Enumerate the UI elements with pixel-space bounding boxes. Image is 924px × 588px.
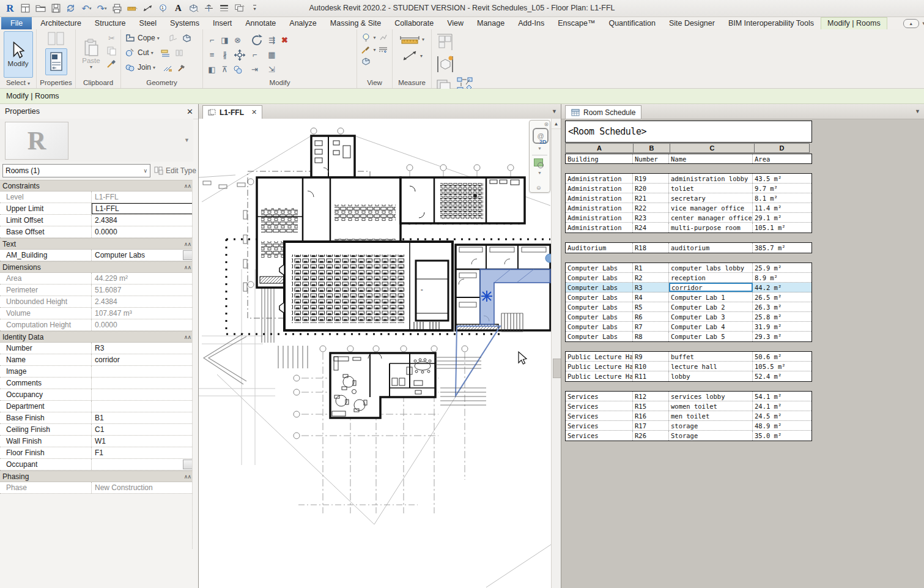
cell-number[interactable]: R9 [633,352,669,361]
beam-end-joins-icon[interactable] [174,48,185,58]
cell-name[interactable]: Computer Lab 5 [669,332,753,341]
measure-ruler-icon[interactable] [399,34,420,45]
cell-number[interactable]: R3 [633,283,669,292]
text-icon[interactable]: A [171,2,185,15]
schedule-row-r12[interactable]: ServicesR12services lobby54.1 m² [566,392,811,401]
collapse-chevron-icon[interactable]: ∧∧ [184,241,191,247]
cell-area[interactable]: 48.9 m² [753,421,807,430]
cell-number[interactable]: R7 [633,322,669,331]
cell-building[interactable]: Computer Labs [566,283,633,292]
cell-name[interactable]: Computer Lab 1 [669,292,753,302]
move-icon[interactable] [232,48,248,62]
tab-annotate[interactable]: Annotate [238,17,283,29]
scrollbar-thumb[interactable] [553,359,561,378]
column-letter-a[interactable]: A [565,143,634,153]
switch-windows-caret-icon[interactable] [232,2,246,15]
copy-to-clipboard-icon[interactable] [106,46,117,56]
cell-number[interactable]: R2 [633,273,669,282]
cell-area[interactable]: 31.9 m² [753,322,807,331]
edit-type-button[interactable]: Edit Type [154,166,196,175]
cell-name[interactable]: auditorium [669,243,753,253]
navigation-bar[interactable]: ⊗ @ 2D ▼ ▼ ⊖ [529,120,550,193]
view-tab-close-icon[interactable]: ✕ [251,108,257,116]
save-icon[interactable] [49,2,63,15]
cell-name[interactable]: secretary [669,193,753,203]
cut-caret-icon[interactable]: ▾ [151,50,153,56]
tab-view[interactable]: View [440,17,470,29]
collapse-caret-icon[interactable]: ▼ [922,21,924,26]
cell-number[interactable]: R5 [633,302,669,311]
cell-building[interactable]: Administration [566,193,633,203]
cell-number[interactable]: R12 [633,392,669,401]
cell-number[interactable]: R17 [633,421,669,430]
schedule-row-r6[interactable]: Computer LabsR6Computer Lab 325.8 m² [566,312,811,322]
tab-analyze[interactable]: Analyze [283,17,323,29]
mirror-pick-axis-icon[interactable]: ◧ [206,64,218,75]
cell-number[interactable]: R10 [633,362,669,371]
cell-name[interactable]: computer labs lobby [669,263,753,272]
cell-name[interactable]: services lobby [669,392,753,401]
cell-area[interactable]: 26.5 m² [753,292,807,302]
create-group-icon[interactable] [435,32,454,53]
file-tabs-icon[interactable] [18,2,32,15]
tab-bim-interoperability-tools[interactable]: BIM Interoperability Tools [722,17,821,29]
column-header-area[interactable]: Area [753,154,807,163]
solid-solid-cut-icon[interactable] [181,33,193,43]
column-header-name[interactable]: Name [669,154,753,163]
tab-massing-site[interactable]: Massing & Site [323,17,388,29]
property-value[interactable] [92,389,193,400]
tab-modify-rooms[interactable]: Modify | Rooms [821,17,887,29]
property-value[interactable]: F1 [92,447,193,458]
cell-building[interactable]: Public Lecture Hall [566,362,633,371]
schedule-row-r5[interactable]: Computer LabsR5Computer Lab 226.3 m² [566,302,811,312]
tab-architecture[interactable]: Architecture [34,17,88,29]
cell-building[interactable]: Administration [566,203,633,212]
view-tab-l1-ffl[interactable]: L1-FFL ✕ [202,105,262,119]
cell-number[interactable]: R23 [633,213,669,222]
cell-number[interactable]: R11 [633,371,669,381]
tab-steel[interactable]: Steel [133,17,164,29]
column-letter-c[interactable]: C [670,143,755,153]
cell-building[interactable]: Administration [566,184,633,193]
view-panel-label[interactable]: View [357,78,392,88]
tag-by-category-icon[interactable]: 1 [156,2,170,15]
properties-button[interactable] [45,48,67,75]
collapse-panel-icon[interactable]: ▲ [903,19,919,28]
cell-area[interactable]: 25.9 m² [753,263,807,272]
schedule-row-r8[interactable]: Computer LabsR8Computer Lab 529.3 m² [566,332,811,341]
cell-name[interactable]: Computer Lab 2 [669,302,753,311]
scroll-up-arrow-icon[interactable]: ▲ [552,119,561,129]
trim-extend-multiple-icon[interactable]: ⇶ [266,35,278,45]
sync-caret-icon[interactable] [64,2,78,15]
section-icon[interactable] [202,2,216,15]
hide-analytical-model-icon[interactable] [378,45,389,55]
cell-number[interactable]: R15 [633,401,669,411]
ribbon-collapse-button[interactable]: ▲ ▼ [903,17,924,29]
schedule-row-r15[interactable]: ServicesR15women toilet24.1 m² [566,401,811,411]
schedule-row-r2[interactable]: Computer LabsR2reception8.9 m² [566,273,811,283]
section-header-constraints[interactable]: Constraints∧∧ [0,180,193,192]
cell-name[interactable]: Computer Lab 3 [669,312,753,321]
cell-building[interactable]: Computer Labs [566,312,633,321]
cell-name[interactable]: corridor [669,283,753,292]
scale-icon[interactable]: ⇲ [266,64,278,75]
demolish-hammer-icon[interactable] [176,62,187,73]
schedule-row-r19[interactable]: AdministrationR19administration lobby43.… [566,174,811,184]
create-assembly-icon[interactable] [435,54,456,75]
cell-building[interactable]: Services [566,421,633,430]
cell-name[interactable]: Computer Lab 4 [669,322,753,331]
default-3d-view-caret-icon[interactable] [187,2,201,15]
schedule-row-r1[interactable]: Computer LabsR1computer labs lobby25.9 m… [566,263,811,273]
properties-scrollbar[interactable] [192,180,198,549]
modify-panel-label[interactable]: Modify [203,78,357,88]
cut-button[interactable]: Cut [138,48,149,57]
join-button[interactable]: Join [138,63,151,72]
cell-number[interactable]: R19 [633,174,669,183]
section-header-dimensions[interactable]: Dimensions∧∧ [0,261,193,273]
array-icon[interactable]: ▦ [266,50,278,60]
cope-caret-icon[interactable]: ▾ [157,35,160,41]
cell-area[interactable]: 29.1 m² [753,213,807,222]
column-letter-d[interactable]: D [754,143,810,153]
mirror-draw-axis-icon[interactable]: ◨ [219,35,231,45]
lightbulb-icon[interactable] [360,32,371,43]
